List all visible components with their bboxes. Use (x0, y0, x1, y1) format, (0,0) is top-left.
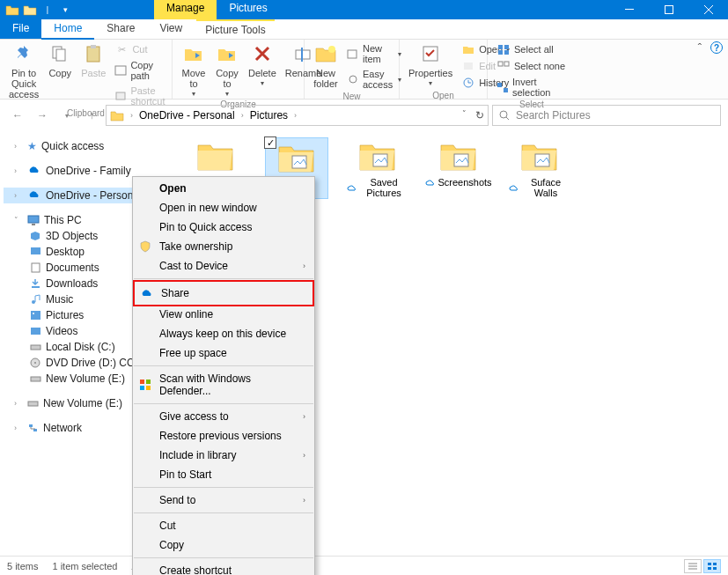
maximize-button[interactable] (649, 0, 688, 19)
picture-tools-tab[interactable]: Picture Tools (196, 19, 274, 39)
cm-cut[interactable]: Cut (133, 516, 314, 535)
cloud-icon (27, 190, 41, 201)
view-details-button[interactable] (684, 559, 702, 573)
breadcrumb-dropdown[interactable]: ˅ (462, 109, 467, 122)
edit-icon (461, 60, 475, 72)
cm-share[interactable]: Share (133, 280, 314, 306)
svg-rect-31 (31, 311, 40, 320)
cm-view-online[interactable]: View online (133, 305, 314, 324)
network-icon (27, 423, 39, 433)
svg-point-10 (328, 46, 335, 53)
folder-item[interactable]: Saved Pictures (347, 138, 408, 198)
context-menu: Open Open in new window Pin to Quick acc… (132, 176, 315, 575)
cm-copy[interactable]: Copy (133, 535, 314, 555)
collapse-ribbon-button[interactable]: ˆ (698, 41, 702, 55)
document-icon (30, 262, 41, 273)
chevron-right-icon[interactable]: › (291, 111, 299, 120)
folder-item[interactable]: Screenshots (428, 138, 489, 198)
content-area: ›★Quick access ›OneDrive - Family ›OneDr… (0, 131, 728, 575)
invert-selection-button[interactable]: Invert selection (493, 75, 570, 100)
checkbox-icon[interactable]: ✓ (264, 136, 276, 149)
cm-include-library[interactable]: Include in library› (133, 446, 314, 465)
breadcrumb-item[interactable]: OneDrive - Personal (139, 109, 235, 122)
ribbon: Pin to Quick access Copy Paste ✂Cut Copy… (0, 40, 728, 100)
cm-restore-previous[interactable]: Restore previous versions (133, 426, 314, 446)
copy-button[interactable]: Copy (44, 41, 76, 78)
separator (134, 365, 313, 366)
music-icon (30, 294, 41, 305)
svg-rect-43 (454, 154, 468, 166)
cloud-icon (347, 184, 357, 192)
pin-to-quick-access-button[interactable]: Pin to Quick access (5, 41, 42, 100)
properties-button[interactable]: Properties▾ (405, 41, 456, 89)
cm-open[interactable]: Open (133, 179, 314, 198)
folder-icon (23, 3, 37, 17)
qat-dropdown-icon[interactable]: ▾ (58, 3, 72, 17)
address-bar[interactable]: › OneDrive - Personal › Pictures › ˅ ↻ (106, 105, 489, 126)
svg-rect-45 (140, 380, 144, 384)
cm-scan-defender[interactable]: Scan with Windows Defender... (133, 369, 314, 401)
svg-rect-14 (464, 63, 473, 70)
select-none-button[interactable]: Select none (493, 58, 570, 74)
share-tab[interactable]: Share (94, 19, 147, 39)
home-tab[interactable]: Home (41, 19, 94, 39)
new-item-button[interactable]: New item ▾ (343, 41, 405, 66)
scissors-icon: ✂ (114, 43, 129, 55)
cm-open-new-window[interactable]: Open in new window (133, 198, 314, 217)
group-label: Select (493, 100, 570, 111)
cm-take-ownership[interactable]: Take ownership (133, 237, 314, 256)
svg-rect-49 (708, 563, 711, 565)
svg-rect-28 (32, 263, 40, 272)
copy-path-button[interactable]: Copy path (111, 58, 170, 83)
breadcrumb-item[interactable]: Pictures (250, 109, 288, 122)
svg-point-32 (33, 313, 34, 314)
svg-rect-33 (31, 328, 40, 335)
paste-button[interactable]: Paste (77, 41, 109, 78)
move-icon (181, 41, 206, 66)
view-tab[interactable]: View (147, 19, 195, 39)
cut-button[interactable]: ✂Cut (111, 41, 170, 57)
cm-send-to[interactable]: Send to› (133, 490, 314, 510)
svg-rect-51 (708, 567, 711, 570)
cm-create-shortcut[interactable]: Create shortcut (133, 561, 314, 575)
select-all-button[interactable]: Select all (493, 41, 570, 57)
svg-rect-34 (31, 345, 40, 350)
view-icons-button[interactable] (703, 559, 721, 573)
folder-icon (357, 138, 398, 173)
cm-cast-to-device[interactable]: Cast to Device› (133, 256, 314, 276)
file-tab[interactable]: File (0, 19, 41, 39)
close-button[interactable] (688, 0, 728, 19)
svg-point-30 (32, 300, 35, 304)
svg-rect-25 (28, 216, 39, 223)
folder-item[interactable]: Suface Walls (509, 138, 570, 198)
minimize-button[interactable] (609, 0, 649, 19)
svg-rect-22 (497, 83, 502, 87)
cloud-icon (27, 166, 41, 176)
folder-label: Saved Pictures (359, 177, 408, 198)
copy-to-button[interactable]: Copy to▾ (211, 41, 243, 100)
titlebar: | ▾ Manage Pictures (0, 0, 728, 19)
nav-quick-access[interactable]: ›★Quick access (4, 138, 173, 154)
move-to-button[interactable]: Move to▾ (178, 41, 210, 100)
svg-point-36 (34, 362, 36, 364)
delete-button[interactable]: Delete▾ (245, 41, 280, 89)
picture-icon (30, 310, 41, 321)
cm-pin-quick-access[interactable]: Pin to Quick access (133, 217, 314, 237)
cm-give-access[interactable]: Give access to› (133, 407, 314, 426)
easy-access-button[interactable]: Easy access ▾ (343, 67, 405, 92)
group-label: New (310, 92, 393, 103)
svg-rect-37 (31, 377, 40, 381)
refresh-button[interactable]: ↻ (475, 109, 484, 122)
cm-always-keep[interactable]: Always keep on this device (133, 324, 314, 343)
folder-icon (195, 138, 236, 173)
new-folder-button[interactable]: New folder (310, 41, 342, 89)
chevron-right-icon[interactable]: › (128, 111, 136, 120)
select-none-icon (496, 60, 511, 72)
cm-free-up-space[interactable]: Free up space (133, 343, 314, 363)
help-button[interactable]: ? (710, 41, 723, 54)
cm-pin-start[interactable]: Pin to Start (133, 465, 314, 484)
search-placeholder: Search Pictures (516, 109, 591, 122)
chevron-right-icon[interactable]: › (239, 111, 246, 120)
cube-icon (30, 231, 41, 241)
video-icon (30, 326, 41, 336)
